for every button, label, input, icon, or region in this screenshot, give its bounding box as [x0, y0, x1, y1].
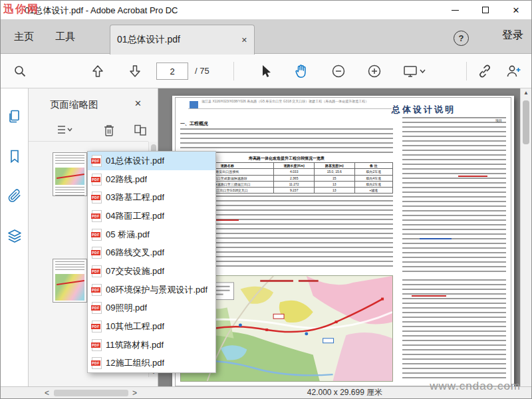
document-tab[interactable]: 01总体设计.pdf ✕ — [110, 25, 255, 55]
table-cell: 9.237 — [274, 188, 315, 194]
document-tab-close-icon[interactable]: ✕ — [237, 36, 247, 45]
page-thumbnails-panel-button[interactable] — [7, 108, 23, 124]
marquee-zoom-button[interactable] — [13, 64, 27, 78]
bookmarks-panel-button[interactable] — [7, 148, 23, 164]
trash-icon — [103, 124, 115, 137]
delete-pages-button[interactable] — [103, 124, 115, 140]
tab-tools[interactable]: 工具 — [49, 19, 82, 54]
file-list-item[interactable]: PDF 09照明.pdf — [88, 299, 215, 317]
acrobat-window: 01总体设计.pdf - Adobe Acrobat Pro DC ✕ 迅你网 … — [0, 0, 532, 399]
pdf-label: PDF — [91, 287, 100, 293]
file-name: 05 桥涵.pdf — [106, 229, 150, 241]
navigation-rail — [1, 88, 29, 386]
file-list-item[interactable]: PDF 04路面工程.pdf — [88, 207, 215, 225]
pdf-page: 蒲江县 X116/X023/X038/Y026 寿高路（G5 寿安出口至 G31… — [172, 96, 514, 386]
arrow-down-icon — [127, 63, 143, 79]
document-tab-label: 01总体设计.pdf — [117, 34, 237, 46]
file-list-item[interactable]: PDF 03路基工程.pdf — [88, 188, 215, 207]
tab-home[interactable]: 主页 — [7, 19, 41, 54]
pdf-label: PDF — [91, 195, 100, 200]
scroll-right-icon[interactable]: > — [132, 388, 137, 398]
section-heading: 一、工程概况 — [180, 120, 208, 127]
attachments-panel-button[interactable] — [7, 188, 23, 204]
header-rule — [188, 108, 392, 109]
pdf-label: PDF — [91, 269, 100, 274]
screen-fit-icon — [402, 63, 426, 79]
document-scrollbar-thumb[interactable] — [523, 100, 529, 144]
file-name: 09照明.pdf — [106, 302, 147, 314]
pages-icon — [7, 108, 23, 124]
pdf-label: PDF — [91, 232, 100, 237]
previous-page-button[interactable] — [90, 63, 106, 79]
help-icon: ? — [459, 33, 464, 43]
page-display-dropdown[interactable] — [402, 63, 426, 79]
file-name: 01总体设计.pdf — [106, 155, 164, 167]
table-cell: 15 — [314, 175, 354, 181]
scroll-up-icon[interactable]: ▲ — [521, 90, 531, 96]
file-name: 03路基工程.pdf — [106, 192, 164, 203]
pdf-file-icon: PDF — [92, 265, 102, 277]
thumbnail-route-line — [57, 280, 84, 285]
page-number-input[interactable] — [156, 63, 188, 80]
zoom-out-button[interactable] — [331, 63, 346, 79]
next-page-button[interactable] — [127, 63, 143, 79]
file-name: 10其他工程.pdf — [106, 321, 164, 332]
maximize-icon — [482, 7, 489, 13]
file-list-item[interactable]: PDF 07交安设施.pdf — [88, 262, 215, 281]
file-list: PDF 01总体设计.pdf PDF 02路线.pdf PDF 03路基工程.p… — [87, 151, 216, 373]
help-button[interactable]: ? — [454, 31, 469, 46]
table-cell: 双向2车道 — [354, 181, 392, 187]
pdf-file-icon: PDF — [92, 210, 102, 222]
blue-stamp-icon — [190, 101, 198, 108]
maximize-button[interactable] — [470, 1, 501, 19]
minimize-button[interactable] — [440, 1, 470, 19]
file-list-item[interactable]: PDF 10其他工程.pdf — [88, 317, 215, 336]
sign-in-button[interactable]: 登录 — [502, 29, 523, 43]
file-name: 08环境保护与景观设计.pdf — [106, 284, 207, 296]
file-list-item[interactable]: PDF 11筑路材料.pdf — [88, 336, 215, 354]
link-icon — [477, 63, 493, 79]
panel-close-icon[interactable]: ✕ — [134, 98, 142, 108]
sheet-title: 总体设计说明 — [392, 104, 456, 116]
layers-panel-button[interactable] — [7, 228, 23, 244]
panel-title: 页面缩略图 — [50, 98, 98, 111]
file-name: 04路面工程.pdf — [106, 210, 164, 222]
table-cell: 双向2车道 — [354, 169, 392, 175]
pdf-label: PDF — [91, 158, 100, 164]
arrow-up-icon — [90, 63, 106, 79]
red-text-fragment — [458, 176, 487, 177]
scroll-left-icon[interactable]: < — [45, 388, 49, 398]
panel-horizontal-scrollbar[interactable]: < > — [1, 386, 158, 398]
share-with-people-button[interactable] — [505, 63, 522, 79]
file-name: 12施工组织.pdf — [106, 357, 164, 369]
title-bar: 01总体设计.pdf - Adobe Acrobat Pro DC ✕ — [1, 1, 531, 19]
zoom-in-button[interactable] — [366, 63, 382, 79]
table-header-cell: 道路长度(Km) — [274, 163, 315, 169]
panel-options-button[interactable] — [57, 124, 74, 138]
file-list-item[interactable]: PDF 12施工组织.pdf — [88, 354, 215, 372]
file-list-item[interactable]: PDF 06路线交叉.pdf — [88, 243, 215, 262]
right-column-label: 项目 — [495, 118, 502, 122]
pdf-file-icon: PDF — [92, 321, 102, 332]
extract-pages-button[interactable] — [134, 124, 147, 140]
pdf-file-icon: PDF — [92, 155, 102, 167]
layers-icon — [7, 228, 23, 244]
hand-tool-button[interactable] — [293, 63, 309, 79]
share-link-button[interactable] — [477, 63, 493, 79]
paragraph-lines — [402, 279, 506, 379]
file-list-item[interactable]: PDF 08环境保护与景观设计.pdf — [88, 281, 215, 299]
close-button[interactable]: ✕ — [501, 1, 531, 19]
pdf-file-icon: PDF — [92, 339, 102, 351]
file-list-item[interactable]: PDF 05 桥涵.pdf — [88, 225, 215, 244]
page-thumbnail-2[interactable] — [53, 259, 87, 303]
panel-hscrollbar-thumb[interactable] — [54, 390, 128, 396]
red-text-fragment — [412, 295, 446, 297]
document-vertical-scrollbar[interactable]: ▲ — [520, 88, 531, 386]
file-list-item[interactable]: PDF 02路线.pdf — [88, 170, 215, 189]
select-tool-button[interactable] — [259, 64, 273, 78]
table-header-cell: 路基宽度(m) — [314, 163, 354, 169]
page-thumbnail-1[interactable] — [53, 152, 87, 196]
file-list-item[interactable]: PDF 01总体设计.pdf — [88, 152, 215, 170]
thumbnail-map — [55, 274, 84, 301]
main-toolbar: / 75 — [1, 54, 531, 88]
